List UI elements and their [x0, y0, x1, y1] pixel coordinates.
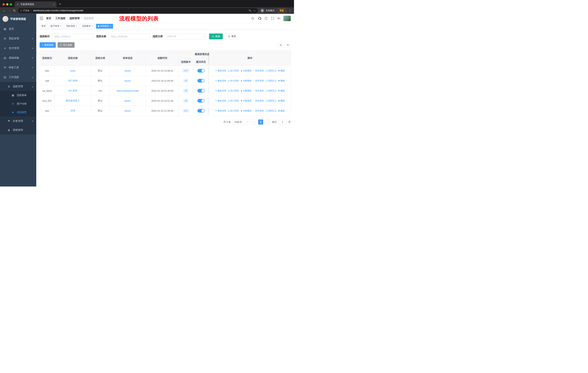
- back-icon[interactable]: ←: [2, 9, 5, 12]
- close-icon[interactable]: ×: [60, 25, 62, 28]
- toggle-search-button[interactable]: [278, 42, 284, 48]
- breadcrumb-process-mgmt[interactable]: 流程管理: [69, 17, 80, 20]
- address-bar[interactable]: ⚠ 不安全 | dashboard.yudao.iocoder.cn/bpm/m…: [18, 8, 258, 13]
- row-action-assign[interactable]: ♟分配规则: [241, 79, 252, 82]
- process-key-input[interactable]: [52, 33, 94, 39]
- row-action-publish[interactable]: ☝发布流程: [253, 89, 264, 92]
- process-name-link[interactable]: OA 请假: [69, 89, 77, 92]
- breadcrumb-home[interactable]: 首页: [46, 17, 51, 20]
- font-size-icon[interactable]: TT: [277, 17, 280, 20]
- active-toggle[interactable]: [197, 99, 205, 102]
- row-action-delete[interactable]: ✖删除: [278, 99, 285, 102]
- reset-button[interactable]: ↻ 重置: [225, 33, 239, 39]
- sidebar-item-user-group[interactable]: ⚇ 用户分组: [0, 100, 36, 108]
- row-action-definition[interactable]: ❏流程定义: [265, 89, 276, 92]
- row-action-publish[interactable]: ☝发布流程: [253, 79, 264, 82]
- page-size-select[interactable]: 10条/页 ▾: [232, 120, 249, 125]
- tag-tenant[interactable]: 租户管理 ×: [49, 24, 63, 29]
- row-action-delete[interactable]: ✖删除: [278, 109, 285, 112]
- row-action-definition[interactable]: ❏流程定义: [265, 109, 276, 112]
- form-link[interactable]: biubiu: [125, 100, 131, 102]
- active-toggle[interactable]: [197, 79, 205, 82]
- process-name-link[interactable]: 自己审批: [68, 79, 78, 82]
- tag-home[interactable]: 首页: [40, 24, 48, 29]
- row-action-publish[interactable]: ☝发布流程: [253, 99, 264, 102]
- search-icon[interactable]: [251, 17, 255, 20]
- row-action-design[interactable]: ◎设计流程: [228, 79, 239, 82]
- category-select[interactable]: 流程分类 ▾: [165, 33, 207, 39]
- fullscreen-icon[interactable]: [271, 17, 274, 20]
- process-name-link[interactable]: 滔博: [71, 109, 75, 112]
- active-toggle[interactable]: [197, 69, 205, 72]
- tag-process-model[interactable]: 流程模型 ×: [96, 24, 113, 29]
- refresh-table-button[interactable]: ↻: [285, 42, 291, 48]
- next-page-button[interactable]: ›: [265, 120, 270, 125]
- help-icon[interactable]: ?: [264, 17, 268, 20]
- close-icon[interactable]: ×: [92, 25, 93, 28]
- app-logo[interactable]: 芋道管理系统: [0, 14, 36, 24]
- form-link[interactable]: biubiu: [125, 69, 131, 72]
- row-action-assign[interactable]: ♟分配规则: [241, 89, 252, 92]
- sidebar-item-leave-query[interactable]: ♟ 请假查询: [0, 125, 36, 134]
- user-avatar[interactable]: [284, 16, 291, 21]
- sidebar-item-infra[interactable]: ▤ 基础设施 ▾: [0, 53, 36, 63]
- import-process-button[interactable]: ↥ 导入流程: [58, 42, 74, 48]
- create-process-button[interactable]: + 新建流程: [40, 42, 56, 48]
- zoom-window-button[interactable]: [10, 3, 12, 5]
- goto-page-input[interactable]: [279, 120, 286, 125]
- row-action-publish[interactable]: ☝发布流程: [253, 109, 264, 112]
- tag-process-form[interactable]: 流程表单 ×: [80, 24, 95, 29]
- form-link[interactable]: biubiu: [125, 110, 131, 112]
- row-action-design[interactable]: ◎设计流程: [228, 69, 239, 72]
- row-action-publish[interactable]: ☝发布流程: [253, 69, 264, 72]
- row-action-edit[interactable]: ✎修改流程: [215, 89, 226, 92]
- row-action-delete[interactable]: ✖删除: [278, 89, 285, 92]
- breadcrumb-workflow[interactable]: 工作流程: [55, 17, 65, 20]
- row-action-delete[interactable]: ✖删除: [278, 69, 285, 72]
- sidebar-item-home[interactable]: ▦ 首页: [0, 24, 36, 34]
- row-action-design[interactable]: ◎设计流程: [228, 109, 239, 112]
- tab-close-icon[interactable]: ×: [53, 3, 55, 6]
- sidebar-item-devtools[interactable]: ⚒ 研发工具 ▾: [0, 63, 36, 72]
- close-window-button[interactable]: [2, 3, 5, 5]
- security-warning[interactable]: ⚠ 不安全: [20, 9, 30, 12]
- process-name-link[interactable]: 测试多审批人: [66, 99, 80, 102]
- new-tab-button[interactable]: +: [56, 2, 64, 7]
- sidebar-collapse-icon[interactable]: [40, 17, 43, 20]
- reload-icon[interactable]: ↻: [13, 9, 15, 12]
- sidebar-item-workflow[interactable]: ▥ 工作流程 ▴: [0, 72, 36, 82]
- row-action-definition[interactable]: ❏流程定义: [265, 79, 276, 82]
- sidebar-item-process-model[interactable]: ➤ 流程模型: [0, 108, 36, 117]
- process-name-link[interactable]: eeee: [70, 69, 75, 72]
- row-action-edit[interactable]: ✎修改流程: [215, 69, 226, 72]
- row-action-assign[interactable]: ♟分配规则: [241, 109, 252, 112]
- close-icon[interactable]: ×: [76, 25, 77, 28]
- sidebar-item-task-mgmt[interactable]: ⚑ 任务管理 ▾: [0, 117, 36, 125]
- close-icon[interactable]: ×: [110, 25, 111, 28]
- prev-page-button[interactable]: ‹: [251, 120, 256, 125]
- browser-menu-icon[interactable]: ⋮: [289, 9, 292, 12]
- password-key-icon[interactable]: [249, 9, 252, 12]
- row-action-assign[interactable]: ♟分配规则: [241, 69, 252, 72]
- tag-my-process[interactable]: 我的流程 ×: [64, 24, 79, 29]
- browser-tab[interactable]: 芋道管理系统 ×: [15, 1, 56, 7]
- sidebar-item-process-mgmt[interactable]: ≣ 流程管理 ▴: [0, 82, 36, 91]
- sidebar-item-pay[interactable]: ¥ 支付管理 ▾: [0, 43, 36, 53]
- page-number-button[interactable]: 1: [258, 120, 263, 125]
- row-action-edit[interactable]: ✎修改流程: [215, 109, 226, 112]
- process-name-input[interactable]: [108, 33, 150, 39]
- active-toggle[interactable]: [197, 109, 205, 112]
- active-toggle[interactable]: [197, 89, 205, 92]
- github-icon[interactable]: [258, 17, 261, 20]
- form-link[interactable]: /bpm/oa/leave/create: [117, 90, 139, 92]
- row-action-assign[interactable]: ♟分配规则: [241, 99, 252, 102]
- row-action-edit[interactable]: ✎修改流程: [215, 99, 226, 102]
- row-action-definition[interactable]: ❏流程定义: [265, 69, 276, 72]
- row-action-definition[interactable]: ❏流程定义: [265, 99, 276, 102]
- form-link[interactable]: biubiu: [125, 80, 131, 82]
- forward-icon[interactable]: →: [8, 9, 11, 12]
- search-button[interactable]: 搜索: [209, 33, 223, 39]
- sidebar-item-process-form[interactable]: ▣ 流程表单: [0, 91, 36, 100]
- bookmark-star-icon[interactable]: ☆: [254, 9, 256, 12]
- minimize-window-button[interactable]: [6, 3, 8, 5]
